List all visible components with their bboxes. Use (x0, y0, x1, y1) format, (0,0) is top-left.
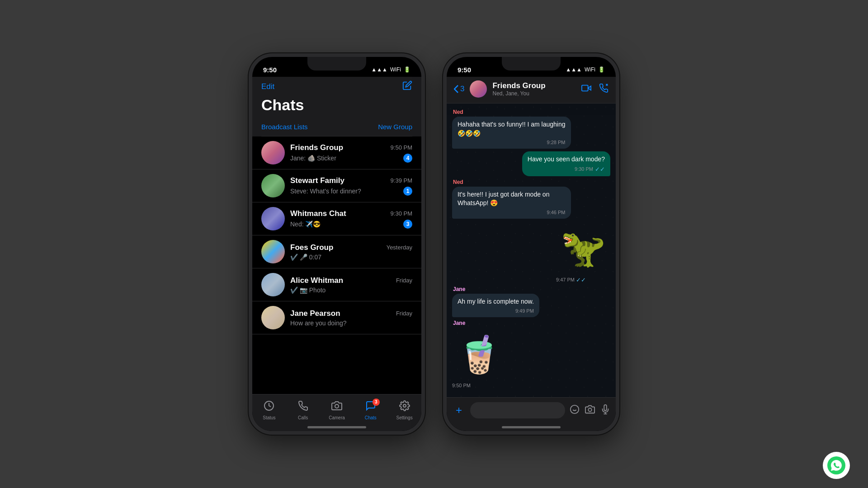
message-6-sticker: Jane 🧋 9:50 PM (452, 320, 610, 388)
status-time: 9:50 (263, 66, 277, 74)
right-phone: 9:50 ▲▲▲ WiFi 🔋 3 Friends Group Ned, Jan… (443, 53, 619, 435)
sender-label-ned-2: Ned (453, 179, 463, 185)
chat-item-foes-group[interactable]: Foes Group Yesterday ✔️ 🎤 0:07 (252, 235, 421, 268)
svg-rect-4 (582, 85, 588, 91)
input-actions (570, 404, 610, 417)
tab-camera[interactable]: Camera (320, 400, 354, 420)
tab-settings[interactable]: Settings (387, 400, 421, 420)
chat-preview-row: Steve: What's for dinner? 1 (290, 187, 412, 196)
tab-status[interactable]: Status (252, 400, 286, 420)
chat-preview-row: ✔️ 🎤 0:07 (290, 253, 412, 261)
message-text-3: It's here!! I just got dark mode on What… (458, 190, 566, 208)
sticker-coffee: 🧋 9:50 PM (452, 328, 506, 388)
message-4-sticker: 🦖 9:47 PM ✓✓ (452, 221, 610, 283)
compose-button[interactable] (402, 80, 412, 93)
tab-calls[interactable]: Calls (286, 400, 320, 420)
svg-marker-3 (588, 86, 591, 90)
message-meta-1: 9:28 PM (458, 140, 566, 145)
chat-name-row: Jane Pearson Friday (290, 309, 412, 318)
message-meta-5: 9:49 PM (458, 308, 534, 314)
chat-preview: ✔️ 🎤 0:07 (290, 253, 321, 261)
chat-info-stewart-family: Stewart Family 9:39 PM Steve: What's for… (290, 176, 412, 196)
message-time-5: 9:49 PM (515, 308, 534, 314)
sender-label-jane-2: Jane (453, 320, 465, 326)
sticker-coffee-time: 9:50 PM (452, 383, 506, 388)
attachment-button[interactable]: + (452, 404, 466, 417)
chat-time: 9:39 PM (391, 177, 412, 184)
whatsapp-icon (827, 456, 845, 474)
chat-item-jane-pearson[interactable]: Jane Pearson Friday How are you doing? (252, 301, 421, 334)
message-bubble-2: Have you seen dark mode? 9:30 PM ✓✓ (522, 151, 610, 176)
new-group-link[interactable]: New Group (378, 123, 412, 131)
phone-call-button[interactable] (599, 83, 609, 95)
video-call-button[interactable] (581, 83, 591, 95)
chat-time: Yesterday (387, 244, 412, 251)
home-indicator-right (502, 426, 561, 428)
back-button[interactable]: 3 (454, 84, 464, 94)
tab-chats[interactable]: 3 Chats (354, 400, 387, 420)
chat-name: Foes Group (290, 243, 333, 252)
message-time-3: 9:46 PM (547, 210, 566, 215)
message-input[interactable] (470, 402, 565, 418)
broadcast-bar: Broadcast Lists New Group (261, 119, 412, 136)
chat-name-row: Alice Whitman Friday (290, 276, 412, 285)
wifi-icon: WiFi (390, 66, 401, 73)
chat-item-alice-whitman[interactable]: Alice Whitman Friday ✔️ 📷 Photo (252, 268, 421, 301)
avatar-whitmans-chat (261, 207, 285, 230)
status-icons: ▲▲▲ WiFi 🔋 (371, 66, 410, 73)
message-meta-2: 9:30 PM ✓✓ (528, 166, 605, 173)
message-bubble-5: Ah my life is complete now. 9:49 PM (452, 294, 539, 317)
avatar-foes-group (261, 240, 285, 263)
chat-time: 9:30 PM (391, 210, 412, 217)
chat-name: Alice Whitman (290, 276, 343, 285)
camera-button[interactable] (585, 404, 595, 417)
chat-name: Friends Group (290, 143, 343, 152)
chat-time: 9:50 PM (391, 144, 412, 151)
chats-tab-badge: 3 (373, 399, 380, 406)
chat-preview-row: Jane: 🪨 Sticker 4 (290, 154, 412, 163)
tab-calls-label: Calls (298, 415, 308, 420)
chat-header: 3 Friends Group Ned, Jane, You (447, 77, 616, 103)
chat-badge: 3 (403, 220, 412, 229)
message-text-2: Have you seen dark mode? (528, 155, 605, 164)
status-icons-right: ▲▲▲ WiFi 🔋 (566, 66, 605, 73)
microphone-button[interactable] (600, 404, 610, 417)
notch-right (502, 57, 561, 70)
chat-preview: ✔️ 📷 Photo (290, 286, 326, 294)
chat-messages: Ned Hahaha that's so funny!! I am laughi… (447, 103, 616, 397)
edit-button[interactable]: Edit (261, 82, 274, 91)
avatar-friends-group (261, 141, 285, 164)
chat-item-whitmans-chat[interactable]: Whitmans Chat 9:30 PM Ned: ✈️😎 3 (252, 202, 421, 235)
status-tab-icon (264, 400, 274, 414)
group-members: Ned, Jane, You (492, 90, 576, 97)
chat-badge: 1 (403, 187, 412, 196)
svg-point-10 (588, 408, 591, 411)
chat-info-alice-whitman: Alice Whitman Friday ✔️ 📷 Photo (290, 276, 412, 294)
sticker-coffee-image: 🧋 (452, 328, 506, 382)
broadcast-lists-link[interactable]: Broadcast Lists (261, 123, 308, 131)
chat-name-row: Stewart Family 9:39 PM (290, 176, 412, 185)
chat-info-jane-pearson: Jane Pearson Friday How are you doing? (290, 309, 412, 327)
home-indicator (307, 426, 366, 428)
left-phone: 9:50 ▲▲▲ WiFi 🔋 Edit Chats Broadcast (249, 53, 425, 435)
message-3: Ned It's here!! I just got dark mode on … (452, 179, 610, 219)
tab-settings-label: Settings (396, 415, 413, 420)
sticker-dino: 🦖 9:47 PM ✓✓ (556, 221, 610, 283)
chat-item-friends-group[interactable]: Friends Group 9:50 PM Jane: 🪨 Sticker 4 (252, 136, 421, 169)
sticker-button[interactable] (570, 404, 580, 417)
chat-name: Stewart Family (290, 176, 344, 185)
chat-name: Whitmans Chat (290, 209, 346, 218)
chat-name-row: Friends Group 9:50 PM (290, 143, 412, 152)
chats-top-bar: Edit (261, 80, 412, 93)
calls-tab-icon (297, 400, 308, 414)
chats-title: Chats (261, 96, 412, 114)
chat-preview: Jane: 🪨 Sticker (290, 155, 336, 162)
chat-preview-row: Ned: ✈️😎 3 (290, 220, 412, 229)
tab-chats-label: Chats (365, 415, 377, 420)
chats-tab-icon: 3 (365, 400, 376, 414)
sticker-dino-image: 🦖 (556, 221, 610, 276)
message-text-5: Ah my life is complete now. (458, 297, 534, 306)
message-bubble-1: Hahaha that's so funny!! I am laughing 🤣… (452, 117, 571, 149)
chat-item-stewart-family[interactable]: Stewart Family 9:39 PM Steve: What's for… (252, 169, 421, 202)
sender-label-jane: Jane (453, 286, 465, 292)
